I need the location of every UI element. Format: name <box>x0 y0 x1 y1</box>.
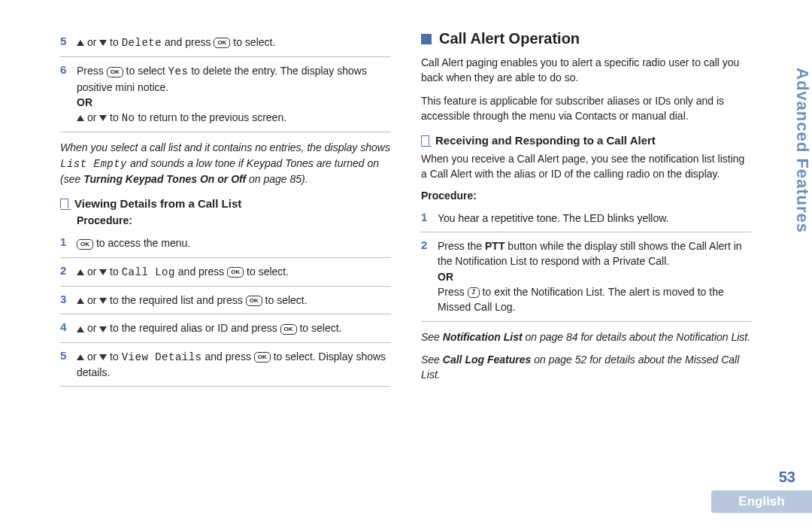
divider <box>60 342 391 343</box>
down-arrow-icon <box>99 269 107 275</box>
text: to the required alias or ID and press <box>107 322 280 334</box>
section-title: Call Alert Operation <box>439 30 580 47</box>
chapter-tab: Advanced Features <box>779 53 812 248</box>
cross-ref: Call Log Features <box>443 354 531 366</box>
subheading-viewing-details: Viewing Details from a Call List <box>60 197 391 210</box>
text: and press <box>162 36 214 48</box>
up-arrow-icon <box>77 115 84 121</box>
down-arrow-icon <box>99 40 107 46</box>
step-body: Press OK to select Yes to delete the ent… <box>77 63 391 126</box>
step-number: 4 <box>60 320 77 333</box>
page-number: 53 <box>779 469 795 486</box>
step-6: 6 Press OK to select Yes to delete the e… <box>60 59 391 130</box>
text: Press <box>77 65 107 77</box>
text: on page 85). <box>246 173 308 185</box>
text: or <box>84 351 99 363</box>
down-arrow-icon <box>99 326 107 332</box>
down-arrow-icon <box>99 354 107 360</box>
up-arrow-icon <box>77 354 84 360</box>
menu-label: View Details <box>122 351 202 363</box>
text: Press <box>438 286 468 298</box>
divider <box>60 286 391 287</box>
back-key-icon: ⤴ <box>468 287 480 298</box>
view-step-1: 1 OK to access the menu. <box>60 231 391 255</box>
text: to select. <box>230 36 275 48</box>
divider <box>60 257 391 258</box>
text: or <box>84 266 99 278</box>
text: to select. <box>244 266 289 278</box>
text: and press <box>175 266 227 278</box>
step-body: OK to access the menu. <box>77 235 391 250</box>
page-icon <box>421 135 429 145</box>
up-arrow-icon <box>77 40 84 46</box>
procedure-label: Procedure: <box>421 190 752 202</box>
procedure-label: Procedure: <box>77 214 391 226</box>
text: When you select a call list and it conta… <box>60 141 390 153</box>
ok-key-icon: OK <box>77 239 93 250</box>
step-body: or to the required list and press OK to … <box>77 293 391 308</box>
down-arrow-icon <box>99 115 107 121</box>
text: to select. <box>297 322 342 334</box>
step-5: 5 or to Delete and press OK to select. <box>60 30 391 55</box>
down-arrow-icon <box>99 298 107 304</box>
divider <box>421 321 752 322</box>
text: to select <box>123 65 168 77</box>
view-step-5: 5 or to View Details and press OK to sel… <box>60 344 391 385</box>
step-body: or to the required alias or ID and press… <box>77 320 391 335</box>
or-label: OR <box>77 96 92 108</box>
up-arrow-icon <box>77 269 84 275</box>
step-number: 2 <box>60 264 77 277</box>
ok-key-icon: OK <box>280 324 297 335</box>
language-tab: English <box>711 490 812 513</box>
divider <box>60 56 391 57</box>
step-number: 5 <box>60 35 77 47</box>
cross-ref: Notification List <box>443 331 523 343</box>
step-body: or to View Details and press OK to selec… <box>77 349 391 381</box>
text: on page 84 for details about the Notific… <box>523 331 751 343</box>
note-paragraph: See Notification List on page 84 for det… <box>421 329 752 344</box>
step-number: 6 <box>60 63 77 76</box>
section-marker-icon <box>421 34 432 44</box>
page-content: 5 or to Delete and press OK to select. 6… <box>0 0 752 423</box>
divider <box>60 386 391 387</box>
text: See <box>421 354 443 366</box>
step-body: or to Call Log and press OK to select. <box>77 264 391 280</box>
ok-key-icon: OK <box>214 38 230 48</box>
subhead-text: Receiving and Responding to a Call Alert <box>435 134 656 147</box>
text: to <box>107 36 121 48</box>
text: to the required list and press <box>107 294 245 306</box>
step-number: 1 <box>60 235 77 248</box>
ok-key-icon: OK <box>254 352 271 363</box>
recv-step-1: 1 You hear a repetitive tone. The LED bl… <box>421 206 752 230</box>
divider <box>60 132 391 132</box>
menu-label: List Empty <box>60 158 127 170</box>
text: See <box>421 331 443 343</box>
right-column: Call Alert Operation Call Alert paging e… <box>421 30 752 393</box>
text: or <box>84 322 99 334</box>
menu-label: Delete <box>122 37 162 49</box>
menu-label: No <box>122 112 135 124</box>
subheading-receiving-responding: Receiving and Responding to a Call Alert <box>421 134 752 147</box>
step-body: or to Delete and press OK to select. <box>77 35 391 50</box>
up-arrow-icon <box>77 298 84 304</box>
section-heading: Call Alert Operation <box>421 30 752 47</box>
page-icon <box>60 199 68 208</box>
divider <box>421 232 752 232</box>
text: to <box>107 266 121 278</box>
ok-key-icon: OK <box>107 67 123 77</box>
text: to select. <box>262 294 308 306</box>
step-number: 3 <box>60 293 77 305</box>
paragraph: When you receive a Call Alert page, you … <box>421 151 752 182</box>
menu-label: Call Log <box>122 266 175 278</box>
view-step-4: 4 or to the required alias or ID and pre… <box>60 316 391 340</box>
text: or <box>84 111 99 123</box>
text: to access the menu. <box>93 237 190 249</box>
subhead-text: Viewing Details from a Call List <box>74 197 241 210</box>
divider <box>60 314 391 314</box>
cross-ref: Turning Keypad Tones On or Off <box>83 173 246 185</box>
view-step-2: 2 or to Call Log and press OK to select. <box>60 259 391 284</box>
left-column: 5 or to Delete and press OK to select. 6… <box>60 30 391 393</box>
note-paragraph: When you select a call list and it conta… <box>60 140 391 187</box>
ok-key-icon: OK <box>227 267 244 278</box>
step-number: 5 <box>60 349 77 362</box>
